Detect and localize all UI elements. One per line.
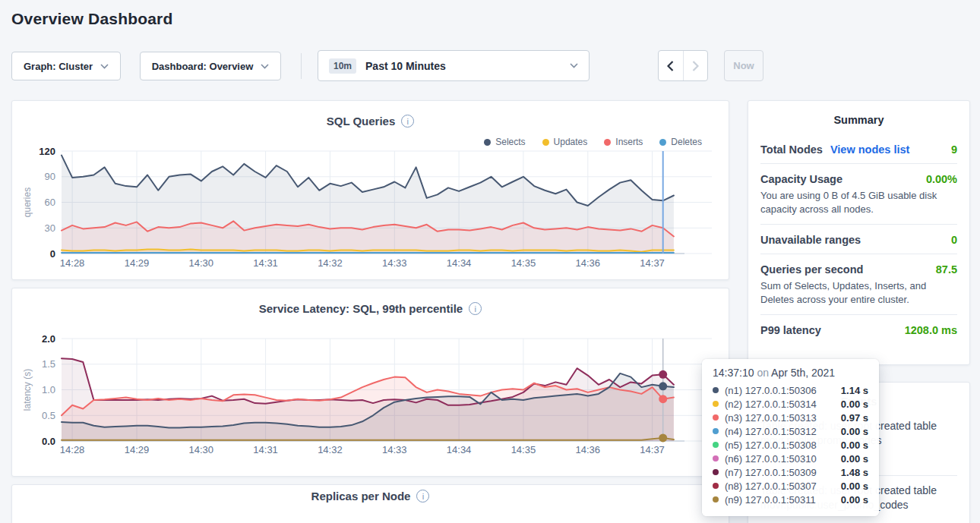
tooltip-node-row: (n1) 127.0.0.1:503061.14 s [713, 383, 868, 397]
node-latency-value: 0.00 s [841, 480, 868, 492]
node-address: (n1) 127.0.0.1:50306 [725, 385, 835, 396]
node-color-dot [713, 401, 719, 407]
node-color-dot [713, 469, 719, 475]
node-color-dot [713, 428, 719, 434]
chevron-down-icon [100, 64, 109, 69]
svg-text:14:31: 14:31 [253, 444, 278, 455]
graph-dropdown[interactable]: Graph: Cluster [11, 52, 121, 80]
node-color-dot [713, 483, 719, 489]
node-color-dot [713, 442, 719, 448]
summary-row-label: Queries per second [760, 263, 863, 276]
service-latency-card: Service Latency: SQL, 99th percentile i … [11, 288, 729, 477]
tooltip-node-row: (n6) 127.0.0.1:503100.00 s [713, 452, 868, 465]
svg-text:14:35: 14:35 [511, 444, 536, 455]
hover-dot [659, 433, 667, 442]
svg-text:1.5: 1.5 [42, 358, 55, 370]
summary-row-description: You are using 0 B of 4.5 GiB usable disk… [760, 189, 957, 216]
node-latency-value: 0.97 s [841, 412, 868, 424]
chevron-right-icon [692, 61, 699, 71]
tooltip-node-row: (n2) 127.0.0.1:503140.00 s [713, 397, 868, 411]
summary-row-value: 0.00% [926, 173, 957, 185]
node-color-dot [713, 455, 719, 462]
node-address: (n8) 127.0.0.1:50307 [725, 480, 835, 492]
node-latency-value: 0.00 s [841, 453, 868, 465]
node-latency-value: 1.48 s [841, 467, 868, 478]
replicas-per-node-card: Replicas per Node i [11, 484, 729, 523]
info-icon[interactable]: i [416, 490, 429, 503]
svg-text:14:29: 14:29 [125, 257, 150, 269]
svg-text:14:37: 14:37 [640, 257, 665, 269]
node-address: (n2) 127.0.0.1:50314 [725, 399, 835, 410]
node-address: (n5) 127.0.0.1:50308 [725, 440, 835, 451]
summary-row: Total NodesView nodes list9 [760, 134, 957, 163]
svg-text:14:35: 14:35 [511, 257, 536, 269]
summary-row-description: Sum of Selects, Updates, Inserts, and De… [760, 279, 957, 307]
summary-row-value: 9 [951, 143, 957, 156]
svg-text:60: 60 [45, 197, 55, 208]
summary-row: Capacity Usage0.00%You are using 0 B of … [760, 163, 957, 224]
hover-dot [659, 395, 667, 403]
node-latency-value: 0.00 s [841, 440, 868, 451]
tooltip-node-row: (n3) 127.0.0.1:503130.97 s [713, 411, 868, 424]
svg-text:14:28: 14:28 [60, 444, 85, 455]
svg-text:0.0: 0.0 [42, 436, 55, 447]
svg-text:14:32: 14:32 [318, 257, 343, 269]
svg-text:14:30: 14:30 [189, 444, 214, 455]
now-button[interactable]: Now [724, 50, 763, 81]
svg-text:14:36: 14:36 [576, 257, 601, 269]
node-address: (n6) 127.0.0.1:50310 [725, 453, 835, 465]
summary-row-label: Unavailable ranges [760, 234, 861, 246]
next-time-button[interactable] [684, 51, 708, 80]
svg-text:0: 0 [50, 248, 55, 260]
time-window-badge: 10m [329, 58, 356, 74]
svg-text:latency (s): latency (s) [22, 369, 33, 411]
previous-time-button[interactable] [659, 51, 684, 80]
sql-queries-chart[interactable]: 030609012014:2814:2914:3014:3114:3214:33… [12, 101, 729, 279]
node-color-dot [713, 414, 719, 421]
node-latency-value: 0.00 s [841, 399, 868, 410]
svg-text:14:29: 14:29 [125, 444, 150, 455]
svg-text:14:34: 14:34 [447, 444, 472, 455]
summary-row-value: 1208.0 ms [905, 324, 957, 336]
summary-row: Queries per second87.5Sum of Selects, Up… [760, 254, 957, 314]
tooltip-node-row: (n5) 127.0.0.1:503080.00 s [713, 438, 868, 452]
view-nodes-list-link[interactable]: View nodes list [830, 143, 910, 156]
svg-text:14:34: 14:34 [447, 257, 472, 269]
chevron-down-icon [570, 63, 578, 68]
tooltip-node-row: (n7) 127.0.0.1:503091.48 s [713, 465, 868, 479]
overview-dashboard-page: Overview Dashboard Graph: Cluster Dashbo… [0, 0, 980, 523]
sql-queries-card: SQL Queries i SelectsUpdatesInsertsDelet… [11, 100, 729, 280]
node-address: (n7) 127.0.0.1:50309 [725, 467, 835, 478]
svg-text:120: 120 [39, 146, 55, 157]
summary-panel: Summary Total NodesView nodes list9Capac… [748, 100, 970, 365]
svg-text:14:28: 14:28 [60, 257, 85, 269]
svg-text:90: 90 [45, 171, 55, 182]
time-step-buttons [658, 50, 708, 81]
service-latency-chart[interactable]: 0.00.51.01.52.014:2814:2914:3014:3114:32… [12, 288, 729, 476]
node-color-dot [713, 387, 719, 393]
summary-row-label: Capacity Usage [760, 173, 842, 185]
node-address: (n3) 127.0.0.1:50313 [725, 412, 835, 424]
svg-text:14:31: 14:31 [253, 257, 278, 269]
dashboard-dropdown[interactable]: Dashboard: Overview [140, 52, 281, 80]
node-latency-value: 0.00 s [841, 426, 868, 437]
node-latency-value: 1.14 s [841, 385, 868, 396]
tooltip-node-row: (n4) 127.0.0.1:503120.00 s [713, 424, 868, 438]
chevron-left-icon [667, 61, 674, 71]
summary-row-value: 0 [951, 234, 957, 246]
node-latency-value: 0.00 s [841, 494, 868, 506]
svg-text:14:36: 14:36 [576, 444, 601, 455]
summary-row: Unavailable ranges0 [760, 224, 957, 254]
page-title: Overview Dashboard [11, 10, 173, 28]
svg-text:2.0: 2.0 [42, 333, 55, 345]
svg-text:14:30: 14:30 [189, 257, 214, 269]
toolbar-divider [301, 53, 302, 79]
svg-text:queries: queries [22, 187, 33, 217]
graph-dropdown-label: Graph: Cluster [24, 61, 93, 72]
tooltip-timestamp: 14:37:10 on Apr 5th, 2021 [713, 367, 868, 379]
summary-row-label: Total Nodes [760, 143, 823, 156]
dashboard-dropdown-label: Dashboard: Overview [152, 61, 254, 72]
summary-row-label: P99 latency [760, 324, 821, 336]
time-range-dropdown[interactable]: 10m Past 10 Minutes [318, 50, 590, 81]
hover-dot [659, 370, 667, 379]
